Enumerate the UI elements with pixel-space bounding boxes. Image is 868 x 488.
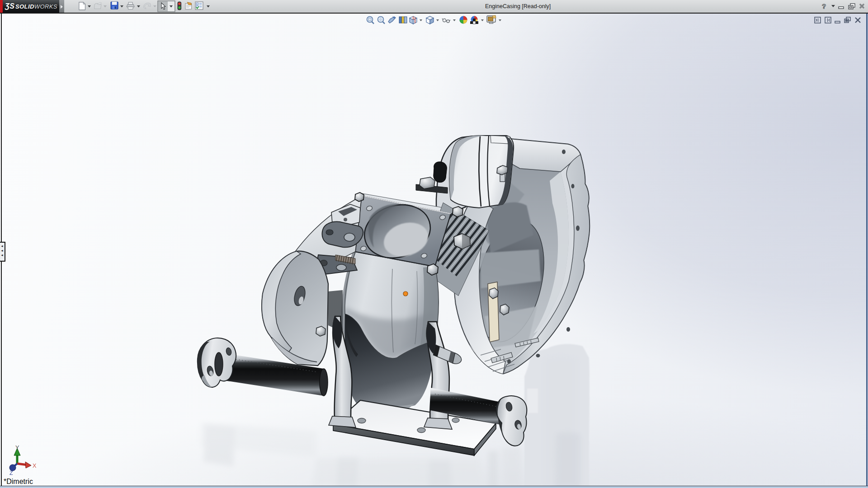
svg-text:X: X	[33, 463, 37, 469]
svg-text:Z: Z	[9, 470, 13, 476]
svg-text:Y: Y	[15, 445, 19, 451]
svg-text:?: ?	[822, 2, 826, 10]
